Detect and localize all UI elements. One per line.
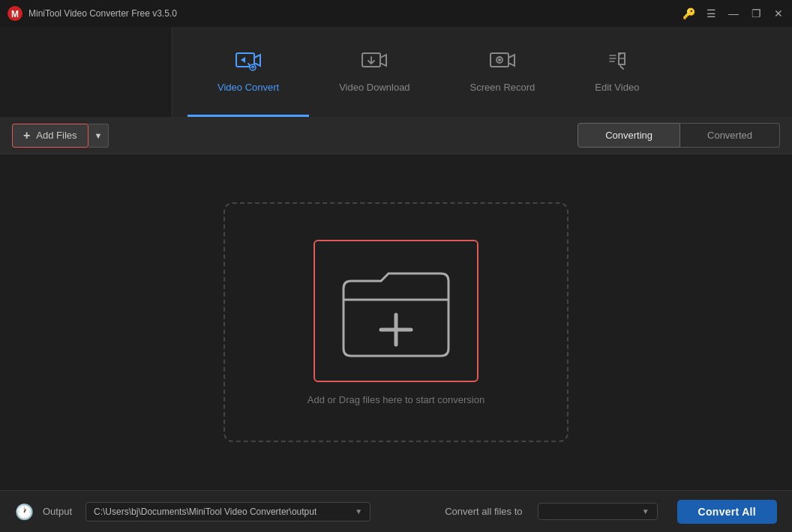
tab-video-download[interactable]: Video Download — [309, 27, 440, 117]
output-path-selector[interactable]: C:\Users\bj\Documents\MiniTool Video Con… — [86, 502, 370, 522]
folder-plus-icon — [336, 259, 456, 363]
nav: Video Convert Video Download — [0, 27, 792, 117]
tab-converting[interactable]: Converting — [578, 123, 680, 148]
menu-button[interactable]: ☰ — [705, 7, 717, 19]
app-title: MiniTool Video Converter Free v3.5.0 — [28, 8, 177, 19]
video-convert-icon — [235, 49, 262, 76]
drop-hint-text: Add or Drag files here to start conversi… — [308, 394, 484, 405]
key-button[interactable]: 🔑 — [682, 7, 694, 19]
edit-video-icon — [604, 49, 631, 76]
clock-icon: 🕐 — [15, 503, 34, 521]
svg-text:M: M — [11, 9, 19, 19]
add-files-plus-icon: + — [23, 129, 30, 142]
video-download-icon — [361, 49, 388, 76]
convert-all-format-selector[interactable]: ▼ — [538, 503, 658, 520]
convert-all-files-label: Convert all files to — [445, 506, 522, 517]
content-tab-group: Converting Converted — [578, 123, 780, 148]
add-files-button[interactable]: + Add Files — [12, 124, 88, 148]
convert-all-chevron-icon: ▼ — [642, 507, 650, 516]
nav-sidebar — [0, 27, 172, 117]
tab-video-convert[interactable]: Video Convert — [188, 27, 309, 117]
drop-area[interactable]: Add or Drag files here to start conversi… — [224, 202, 568, 442]
folder-add-icon-wrapper[interactable] — [314, 240, 478, 382]
tab-edit-video[interactable]: Edit Video — [565, 27, 669, 117]
tab-video-convert-label: Video Convert — [218, 82, 279, 93]
tab-edit-video-label: Edit Video — [595, 82, 639, 93]
output-path-text: C:\Users\bj\Documents\MiniTool Video Con… — [94, 507, 316, 517]
tab-converted[interactable]: Converted — [680, 123, 780, 148]
converting-label: Converting — [605, 130, 652, 141]
add-files-dropdown-button[interactable]: ▼ — [88, 124, 110, 148]
tab-screen-record[interactable]: Screen Record — [440, 27, 566, 117]
tab-screen-record-label: Screen Record — [470, 82, 536, 93]
minimize-button[interactable]: — — [728, 7, 740, 19]
main-content: Add or Drag files here to start conversi… — [0, 154, 792, 490]
nav-tabs: Video Convert Video Download — [172, 27, 792, 117]
titlebar-controls: 🔑 ☰ — ❐ ✕ — [682, 7, 784, 19]
tab-video-download-label: Video Download — [339, 82, 410, 93]
converted-label: Converted — [707, 130, 752, 141]
output-label: Output — [43, 506, 72, 517]
app-logo-icon: M — [8, 6, 22, 21]
toolbar: + Add Files ▼ Converting Converted — [0, 117, 792, 154]
footer: 🕐 Output C:\Users\bj\Documents\MiniTool … — [0, 490, 792, 532]
chevron-down-icon: ▼ — [94, 131, 103, 140]
titlebar-left: M MiniTool Video Converter Free v3.5.0 — [8, 6, 177, 21]
titlebar: M MiniTool Video Converter Free v3.5.0 🔑… — [0, 0, 792, 27]
close-button[interactable]: ✕ — [772, 7, 784, 19]
output-path-chevron-icon: ▼ — [355, 507, 362, 516]
screen-record-icon — [489, 49, 516, 76]
svg-point-7 — [498, 58, 501, 61]
restore-button[interactable]: ❐ — [750, 7, 762, 19]
convert-all-button[interactable]: Convert All — [677, 500, 777, 524]
convert-all-btn-label: Convert All — [698, 506, 756, 518]
add-files-label: Add Files — [36, 130, 76, 141]
